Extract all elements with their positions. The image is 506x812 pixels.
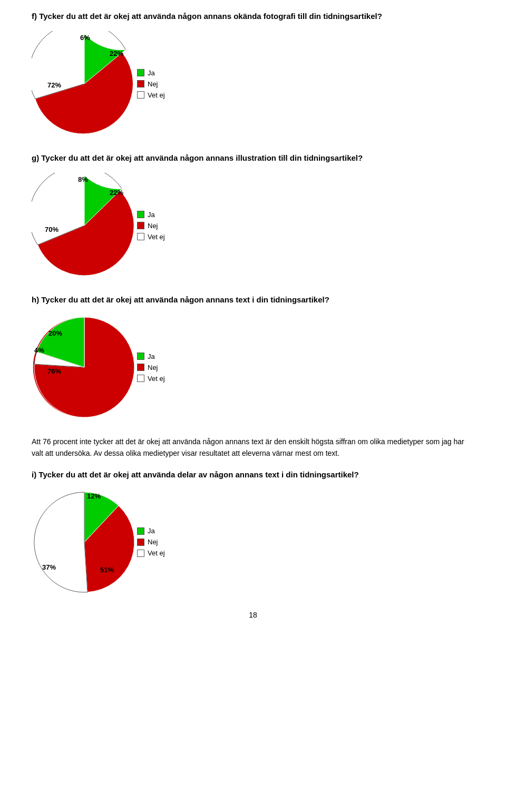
body-text: Att 76 procent inte tycker att det är ok…	[32, 436, 474, 459]
legend-item-ja-g: Ja	[137, 211, 165, 219]
label-i-ja: 12%	[87, 492, 101, 500]
legend-box-ja-g	[137, 211, 144, 218]
legend-box-nej-g	[137, 222, 144, 229]
legend-box-vetej	[137, 91, 144, 99]
legend-box-nej-h	[137, 364, 144, 371]
pie-chart-h: 4% 76% 20%	[32, 315, 137, 420]
pie-chart-f: 6% 72% 22%	[32, 31, 137, 136]
page-number: 18	[32, 611, 474, 619]
section-g: g) Tycker du att det är okej att använda…	[32, 152, 474, 278]
legend-f: Ja Nej Vet ej	[137, 69, 165, 99]
question-f: f) Tycker du att det är okej att använda…	[32, 11, 474, 22]
page-content: f) Tycker du att det är okej att använda…	[32, 11, 474, 595]
section-h: h) Tycker du att det är okej att använda…	[32, 294, 474, 420]
label-h-ja: 20%	[48, 329, 62, 337]
legend-item-vetej: Vet ej	[137, 91, 165, 99]
legend-label-vetej-g: Vet ej	[148, 233, 165, 241]
legend-label-nej: Nej	[148, 80, 158, 88]
legend-item-ja: Ja	[137, 69, 165, 77]
legend-item-ja-i: Ja	[137, 527, 165, 535]
label-i-vetej: 51%	[100, 566, 114, 574]
legend-item-nej-g: Nej	[137, 222, 165, 230]
legend-box-nej	[137, 80, 144, 87]
question-i: i) Tycker du att det är okej att använda…	[32, 469, 474, 480]
legend-label-nej-g: Nej	[148, 222, 158, 230]
label-g-vetej: 8%	[78, 175, 88, 183]
legend-label-vetej-h: Vet ej	[148, 375, 165, 383]
pie-chart-i: 12% 37% 51%	[32, 490, 137, 595]
legend-item-nej: Nej	[137, 80, 165, 88]
legend-label-nej-i: Nej	[148, 538, 158, 546]
legend-i: Ja Nej Vet ej	[137, 527, 165, 557]
legend-item-vetej-i: Vet ej	[137, 549, 165, 557]
section-i: i) Tycker du att det är okej att använda…	[32, 469, 474, 595]
label-f-nej: 72%	[47, 81, 61, 89]
legend-label-nej-h: Nej	[148, 364, 158, 371]
legend-label-vetej-i: Vet ej	[148, 549, 165, 557]
legend-box-vetej-i	[137, 550, 144, 557]
legend-box-ja	[137, 69, 144, 76]
legend-item-vetej-h: Vet ej	[137, 375, 165, 383]
label-f-ja: 22%	[110, 50, 123, 57]
label-g-nej: 70%	[45, 226, 59, 233]
label-f-vetej: 6%	[80, 34, 90, 42]
legend-g: Ja Nej Vet ej	[137, 211, 165, 241]
question-g: g) Tycker du att det är okej att använda…	[32, 152, 474, 163]
question-h: h) Tycker du att det är okej att använda…	[32, 294, 474, 305]
section-f: f) Tycker du att det är okej att använda…	[32, 11, 474, 136]
legend-item-nej-h: Nej	[137, 364, 165, 371]
label-h-vetej: 4%	[34, 346, 44, 354]
pie-chart-g: 8% 70% 22%	[32, 173, 137, 278]
legend-label-ja-g: Ja	[148, 211, 155, 219]
legend-box-vetej-g	[137, 233, 144, 240]
legend-box-nej-i	[137, 539, 144, 546]
legend-item-ja-h: Ja	[137, 353, 165, 360]
legend-box-ja-i	[137, 527, 144, 535]
legend-box-vetej-h	[137, 375, 144, 382]
legend-h: Ja Nej Vet ej	[137, 353, 165, 383]
label-g-ja: 22%	[110, 189, 123, 197]
legend-label-vetej: Vet ej	[148, 91, 165, 99]
legend-box-ja-h	[137, 353, 144, 360]
legend-label-ja-h: Ja	[148, 353, 155, 360]
legend-item-vetej-g: Vet ej	[137, 233, 165, 241]
legend-label-ja: Ja	[148, 69, 155, 77]
label-i-nej: 37%	[42, 563, 56, 571]
legend-item-nej-i: Nej	[137, 538, 165, 546]
legend-label-ja-i: Ja	[148, 527, 155, 535]
label-h-nej: 76%	[47, 367, 61, 375]
